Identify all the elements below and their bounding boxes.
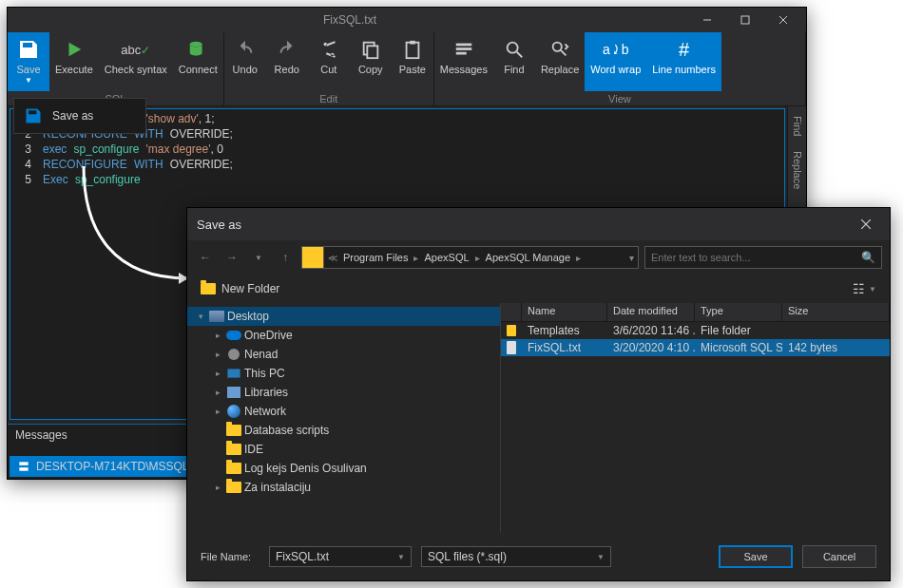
undo-button[interactable]: Undo bbox=[224, 32, 266, 91]
svg-rect-15 bbox=[19, 462, 28, 465]
database-connect-icon bbox=[184, 36, 211, 63]
redo-icon bbox=[274, 36, 300, 63]
close-button[interactable] bbox=[764, 8, 802, 32]
back-button[interactable]: ← bbox=[195, 247, 216, 268]
svg-rect-10 bbox=[456, 47, 472, 50]
tree-item[interactable]: ▸Libraries bbox=[187, 383, 500, 402]
history-dropdown[interactable]: ▼ bbox=[248, 247, 269, 268]
tree-item[interactable]: ▸Za instalaciju bbox=[187, 478, 500, 497]
filename-label: File Name: bbox=[201, 551, 259, 562]
tree-item[interactable]: Database scripts bbox=[187, 421, 500, 440]
dialog-nav: ← → ▼ ↑ ≪ Program Files▸ ApexSQL▸ ApexSQ… bbox=[187, 240, 890, 275]
file-row[interactable]: Templates3/6/2020 11:46 ...File folder bbox=[501, 322, 890, 339]
linenumbers-button[interactable]: #Line numbers bbox=[646, 32, 721, 91]
svg-rect-11 bbox=[456, 52, 467, 55]
tree-item[interactable]: IDE bbox=[187, 440, 500, 459]
line-gutter: 12345 bbox=[10, 109, 39, 419]
find-tab[interactable]: Find bbox=[792, 112, 803, 140]
undo-icon bbox=[232, 36, 259, 63]
svg-rect-16 bbox=[19, 467, 28, 471]
minimize-button[interactable] bbox=[688, 8, 726, 32]
tree-item[interactable]: ▸This PC bbox=[187, 364, 500, 383]
execute-button[interactable]: Execute bbox=[49, 32, 99, 91]
breadcrumb[interactable]: ≪ Program Files▸ ApexSQL▸ ApexSQL Manage… bbox=[324, 246, 639, 269]
paste-icon bbox=[399, 36, 426, 63]
view-mode-button[interactable]: ☷ bbox=[853, 281, 865, 296]
save-button[interactable]: Save ▼ bbox=[8, 32, 49, 91]
copy-icon bbox=[357, 36, 384, 63]
svg-point-14 bbox=[553, 43, 562, 51]
dialog-titlebar: Save as bbox=[187, 208, 890, 240]
dialog-title: Save as bbox=[197, 218, 852, 232]
ribbon-group-view: Messages Find Replace a⤸bWord wrap #Line… bbox=[434, 32, 806, 105]
svg-rect-7 bbox=[406, 43, 418, 58]
tree-item[interactable]: ▸OneDrive bbox=[187, 326, 500, 345]
tree-item[interactable]: Log kejs Denis Osulivan bbox=[187, 459, 500, 478]
save-as-menuitem[interactable]: Save as bbox=[16, 101, 144, 131]
messages-button[interactable]: Messages bbox=[434, 32, 493, 91]
replace-button[interactable]: Replace bbox=[535, 32, 585, 91]
search-icon bbox=[501, 36, 528, 63]
tree-item[interactable]: ▸Network bbox=[187, 402, 500, 421]
svg-point-4 bbox=[190, 42, 202, 47]
chevron-down-icon: ▼ bbox=[25, 76, 32, 85]
save-as-dialog: Save as ← → ▼ ↑ ≪ Program Files▸ ApexSQL… bbox=[186, 207, 891, 581]
abc-check-icon: abc✓ bbox=[123, 36, 149, 63]
save-button[interactable]: Save bbox=[719, 545, 793, 568]
ribbon-group-edit: Undo Redo Cut Copy Paste Edit bbox=[224, 32, 434, 105]
view-dropdown[interactable]: ▼ bbox=[869, 285, 876, 294]
titlebar: FixSQL.txt bbox=[8, 8, 806, 32]
paste-button[interactable]: Paste bbox=[392, 32, 433, 91]
cancel-button[interactable]: Cancel bbox=[802, 545, 876, 568]
ribbon-group-sql: Save ▼ Execute abc✓ Check syntax Connect… bbox=[8, 32, 224, 105]
svg-line-13 bbox=[517, 52, 523, 58]
play-icon bbox=[61, 36, 87, 63]
find-button[interactable]: Find bbox=[493, 32, 535, 91]
save-icon bbox=[15, 36, 42, 63]
server-icon bbox=[17, 460, 30, 473]
tree-item[interactable]: ▾Desktop bbox=[187, 307, 500, 326]
dialog-footer: File Name: FixSQL.txt▼ SQL files (*.sql)… bbox=[187, 533, 890, 580]
svg-rect-8 bbox=[410, 41, 415, 45]
wordwrap-icon: a⤸b bbox=[603, 36, 629, 63]
check-syntax-button[interactable]: abc✓ Check syntax bbox=[99, 32, 173, 91]
save-dropdown: Save as bbox=[13, 98, 146, 134]
up-button[interactable]: ↑ bbox=[275, 247, 296, 268]
forward-button[interactable]: → bbox=[221, 247, 242, 268]
search-input[interactable] bbox=[651, 252, 855, 263]
wordwrap-button[interactable]: a⤸bWord wrap bbox=[585, 32, 646, 91]
connect-button[interactable]: Connect bbox=[173, 32, 223, 91]
messages-icon bbox=[451, 36, 477, 63]
folder-icon[interactable] bbox=[301, 246, 324, 269]
svg-rect-9 bbox=[456, 44, 472, 47]
tree-item[interactable]: ▸Nenad bbox=[187, 345, 500, 364]
col-name[interactable]: Name bbox=[522, 303, 607, 321]
dialog-close-button[interactable] bbox=[852, 210, 880, 238]
svg-point-12 bbox=[508, 43, 518, 53]
svg-rect-1 bbox=[741, 16, 749, 24]
ribbon: Save ▼ Execute abc✓ Check syntax Connect… bbox=[8, 32, 806, 106]
hash-icon: # bbox=[671, 36, 698, 63]
dialog-toolbar: New Folder ☷ ▼ bbox=[187, 275, 890, 303]
col-date[interactable]: Date modified bbox=[607, 303, 695, 321]
cut-icon bbox=[316, 36, 342, 63]
cut-button[interactable]: Cut bbox=[308, 32, 350, 91]
file-row[interactable]: FixSQL.txt3/20/2020 4:10 ...Microsoft SQ… bbox=[501, 339, 890, 356]
replace-tab[interactable]: Replace bbox=[792, 147, 803, 193]
new-folder-button[interactable]: New Folder bbox=[201, 282, 279, 295]
window-buttons bbox=[688, 8, 802, 32]
copy-button[interactable]: Copy bbox=[350, 32, 392, 91]
search-icon: 🔍 bbox=[861, 251, 875, 264]
filename-input[interactable]: FixSQL.txt▼ bbox=[269, 546, 412, 567]
replace-icon bbox=[547, 36, 573, 63]
svg-rect-6 bbox=[367, 46, 377, 58]
col-type[interactable]: Type bbox=[695, 303, 782, 321]
redo-button[interactable]: Redo bbox=[266, 32, 308, 91]
file-list: Name Date modified Type Size Templates3/… bbox=[501, 303, 890, 533]
folder-tree[interactable]: ▾Desktop▸OneDrive▸Nenad▸This PC▸Librarie… bbox=[187, 303, 501, 533]
search-box[interactable]: 🔍 bbox=[644, 246, 882, 269]
save-as-icon bbox=[22, 104, 45, 127]
col-size[interactable]: Size bbox=[782, 303, 890, 321]
filter-select[interactable]: SQL files (*.sql)▼ bbox=[421, 546, 611, 567]
maximize-button[interactable] bbox=[726, 8, 764, 32]
